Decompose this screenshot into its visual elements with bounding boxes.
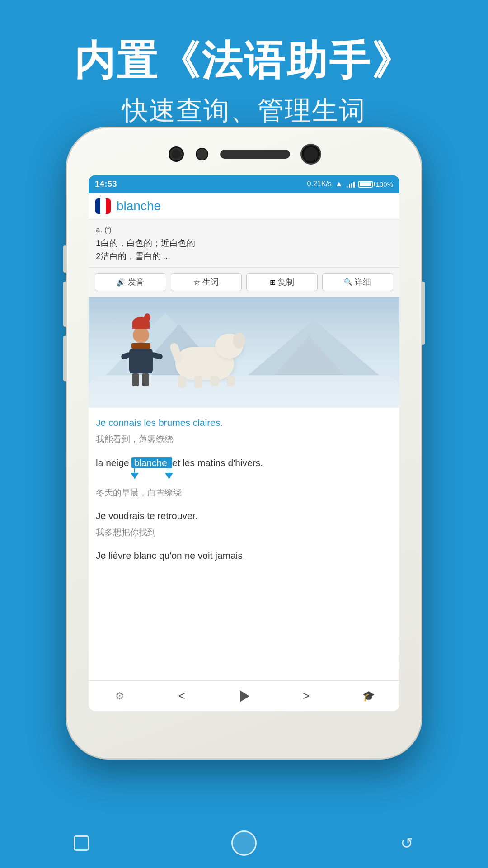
phone-top-bar <box>67 145 421 163</box>
android-home-icon <box>231 830 257 856</box>
forward-nav-button[interactable]: > <box>294 685 319 708</box>
french-sentence-1: Je connais les brumes claires. <box>96 415 392 430</box>
app-bar: blanche <box>89 193 399 219</box>
forward-chevron-icon: > <box>303 689 310 703</box>
status-right: 0.21K/s ▲ 100% <box>307 179 393 189</box>
detail-button[interactable]: 🔍 详细 <box>322 273 394 291</box>
kid-figure <box>129 317 153 386</box>
sentence-row-4: Je lièvre blanc qu'on ne voit jamais. <box>89 543 399 568</box>
copy-label: 复制 <box>278 277 294 288</box>
app-icon <box>95 198 111 214</box>
phone-shell: 14:53 0.21K/s ▲ 100% <box>66 127 422 760</box>
android-nav-bar: ↺ <box>0 818 488 868</box>
android-home-button[interactable] <box>226 825 262 861</box>
back-nav-button[interactable]: < <box>169 685 194 708</box>
bottom-nav: ⚙ < > 🎓 <box>89 680 399 711</box>
android-recents-icon <box>74 835 89 851</box>
def-pos: a. (f) <box>96 226 392 235</box>
star-icon: ☆ <box>193 278 200 287</box>
android-back-icon: ↺ <box>400 834 413 852</box>
status-time: 14:53 <box>95 179 117 189</box>
settings-icon: ⚙ <box>115 690 124 702</box>
android-recents-button[interactable] <box>63 825 99 861</box>
back-chevron-icon: < <box>178 689 185 703</box>
french-sentence-4: Je lièvre blanc qu'on ne voit jamais. <box>96 548 392 563</box>
status-speed: 0.21K/s <box>307 180 332 188</box>
detail-search-icon: 🔍 <box>344 278 352 286</box>
highlighted-word: blanche <box>131 457 172 468</box>
battery-pct: 100% <box>376 180 393 188</box>
front-camera-left2 <box>196 148 208 160</box>
status-bar: 14:53 0.21K/s ▲ 100% <box>89 175 399 193</box>
sentence-row-1: Je connais les brumes claires. 我能看到，薄雾缭绕 <box>89 408 399 450</box>
french-part-before: la neige <box>96 458 131 468</box>
page-title: 内置《法语助手》 <box>0 36 488 85</box>
front-camera-right <box>302 145 320 163</box>
play-triangle-icon <box>240 690 249 702</box>
french-sentence-3: Je voudrais te retrouver. <box>96 508 392 524</box>
copy-icon: ⊞ <box>270 278 276 287</box>
chinese-translation-2: 冬天的早晨，白雪缭绕 <box>96 486 392 500</box>
action-buttons-row: 🔊 发音 ☆ 生词 ⊞ 复制 🔍 详细 <box>89 268 399 297</box>
vocab-button[interactable]: ☆ 生词 <box>171 273 242 291</box>
android-back-button[interactable]: ↺ <box>389 825 425 861</box>
french-part-after: et les matins d'hivers. <box>172 458 263 468</box>
definition-panel: a. (f) 1白的，白色的；近白色的 2洁白的，雪白的 ... <box>89 219 399 268</box>
content-area[interactable]: Je connais les brumes claires. 我能看到，薄雾缭绕… <box>89 408 399 680</box>
cursor-right-handle <box>165 465 173 479</box>
copy-button[interactable]: ⊞ 复制 <box>246 273 318 291</box>
sentence-row-2: la neige blanche et les matins d'hivers. <box>89 450 399 504</box>
phone-speaker <box>220 150 290 159</box>
pronounce-label: 发音 <box>128 277 144 288</box>
front-camera-left <box>169 146 184 162</box>
volume-icon: 🔊 <box>117 278 126 287</box>
graduate-icon: 🎓 <box>362 690 375 702</box>
pronounce-button[interactable]: 🔊 发音 <box>95 273 166 291</box>
def-line2: 2洁白的，雪白的 ... <box>96 250 392 263</box>
cursor-left-handle <box>131 465 139 479</box>
wifi-icon: ▲ <box>335 179 343 189</box>
play-nav-button[interactable] <box>231 685 256 708</box>
signal-bars <box>347 181 355 188</box>
chinese-translation-1: 我能看到，薄雾缭绕 <box>96 433 392 446</box>
chinese-translation-3: 我多想把你找到 <box>96 526 392 539</box>
page-header: 内置《法语助手》 快速查询、管理生词 <box>0 0 488 128</box>
french-sentence-2: la neige blanche et les matins d'hivers. <box>96 455 263 471</box>
settings-nav-button[interactable]: ⚙ <box>107 685 132 708</box>
battery: 100% <box>358 180 393 188</box>
image-area <box>89 297 399 408</box>
phone-screen: 14:53 0.21K/s ▲ 100% <box>89 175 399 711</box>
sentence-row-3: Je voudrais te retrouver. 我多想把你找到 <box>89 504 399 543</box>
def-line1: 1白的，白色的；近白色的 <box>96 237 392 250</box>
detail-label: 详细 <box>355 277 371 288</box>
page-subtitle: 快速查询、管理生词 <box>0 93 488 128</box>
vocab-label: 生词 <box>202 277 219 288</box>
study-nav-button[interactable]: 🎓 <box>356 685 381 708</box>
page-background: 内置《法语助手》 快速查询、管理生词 14:53 0.21K/s ▲ <box>0 0 488 868</box>
app-bar-word: blanche <box>117 199 161 213</box>
dog-figure <box>170 329 247 388</box>
